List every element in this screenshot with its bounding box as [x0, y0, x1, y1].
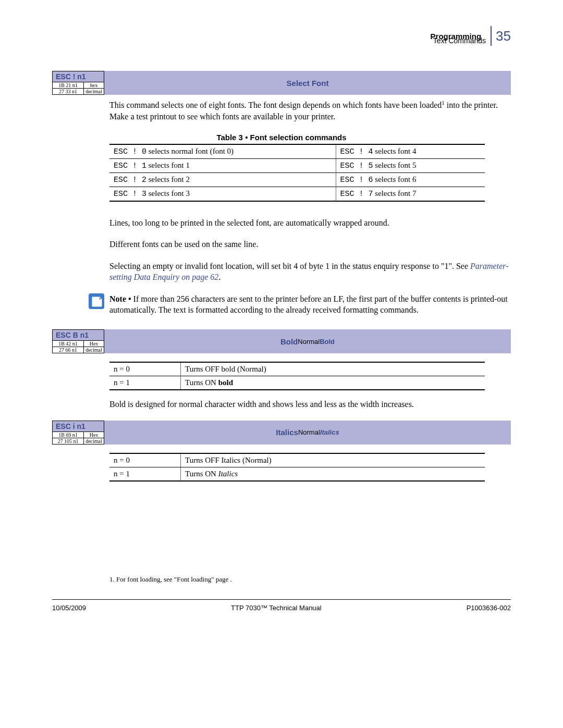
bold-table: n = 0Turns OFF bold (Normal) n = 1Turns …: [109, 362, 485, 390]
command-bold: ESC B n1 1B 42 n1Hex 27 66 n1decimal Bol…: [52, 329, 511, 353]
note-icon: [89, 293, 104, 309]
table-caption: Table 3 • Font selection commands: [52, 133, 511, 142]
subsection-title: Text Commands: [52, 36, 511, 45]
command-title: ItalicsNormal Italics: [104, 421, 511, 445]
footnote: 1. For font loading, see "Font loading" …: [109, 575, 511, 584]
command-code-box: ESC i n1 1B 69 n1Hex 27 105 n1decimal: [52, 421, 104, 445]
page-number: 35: [496, 28, 511, 44]
command-title: BoldNormal Bold: [104, 329, 511, 353]
command-name: ESC B n1: [53, 330, 104, 341]
command-select-font: ESC ! n1 1B 21 n1hex 27 33 n1decimal Sel…: [52, 71, 511, 95]
footer-docid: P1003636-002: [467, 604, 511, 612]
command-italics: ESC i n1 1B 69 n1Hex 27 105 n1decimal It…: [52, 421, 511, 445]
footer-date: 10/05/2009: [52, 604, 86, 612]
header-divider: [491, 26, 492, 46]
body-paragraph: Lines, too long to be printed in the sel…: [109, 217, 511, 229]
body-paragraph: Bold is designed for normal character wi…: [109, 399, 511, 410]
page-footer: 10/05/2009 TTP 7030™ Technical Manual P1…: [52, 599, 511, 612]
body-paragraph: Selecting an empty or invalid font locat…: [109, 261, 511, 283]
command-name: ESC ! n1: [53, 71, 104, 82]
body-paragraph: This command selects one of eight fonts.…: [109, 99, 511, 122]
body-paragraph: Different fonts can be used on the same …: [109, 239, 511, 250]
italics-table: n = 0Turns OFF Italics (Normal) n = 1Tur…: [109, 453, 485, 482]
command-code-box: ESC B n1 1B 42 n1Hex 27 66 n1decimal: [52, 329, 104, 353]
footer-title: TTP 7030™ Technical Manual: [231, 604, 322, 612]
command-name: ESC i n1: [53, 421, 104, 432]
note-block: Note • If more than 256 characters are s…: [89, 293, 511, 316]
font-selection-table: ESC ! 0 selects normal font (font 0) ESC…: [109, 144, 485, 202]
page-header: Programming 35 Text Commands: [52, 26, 511, 45]
command-title: Select Font: [104, 71, 511, 95]
command-code-box: ESC ! n1 1B 21 n1hex 27 33 n1decimal: [52, 71, 104, 95]
